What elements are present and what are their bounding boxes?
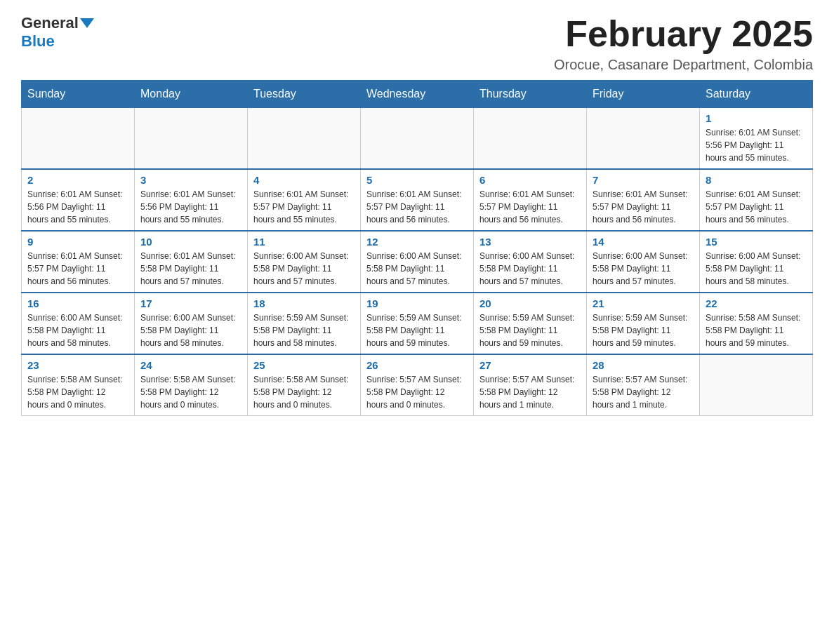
calendar-cell: 16Sunrise: 6:00 AM Sunset: 5:58 PM Dayli… — [22, 293, 135, 354]
calendar-cell — [135, 108, 248, 170]
month-title: February 2025 — [554, 14, 813, 54]
logo-triangle-icon — [80, 18, 94, 28]
calendar-cell: 7Sunrise: 6:01 AM Sunset: 5:57 PM Daylig… — [587, 169, 700, 231]
calendar-cell: 18Sunrise: 5:59 AM Sunset: 5:58 PM Dayli… — [248, 293, 361, 354]
day-number: 22 — [706, 297, 807, 309]
weekday-header-friday: Friday — [587, 81, 700, 108]
day-info: Sunrise: 6:00 AM Sunset: 5:58 PM Dayligh… — [593, 250, 694, 288]
day-info: Sunrise: 6:01 AM Sunset: 5:56 PM Dayligh… — [706, 126, 807, 164]
day-number: 2 — [27, 174, 128, 186]
day-info: Sunrise: 6:01 AM Sunset: 5:57 PM Dayligh… — [593, 188, 694, 226]
calendar-cell — [474, 108, 587, 170]
day-number: 6 — [479, 174, 581, 186]
day-info: Sunrise: 5:59 AM Sunset: 5:58 PM Dayligh… — [366, 311, 468, 349]
calendar-cell: 22Sunrise: 5:58 AM Sunset: 5:58 PM Dayli… — [700, 293, 813, 354]
logo-blue-text: Blue — [21, 32, 55, 51]
day-number: 11 — [253, 236, 355, 248]
day-number: 4 — [253, 174, 355, 186]
day-info: Sunrise: 5:59 AM Sunset: 5:58 PM Dayligh… — [593, 311, 694, 349]
day-number: 19 — [366, 297, 468, 309]
calendar-cell: 5Sunrise: 6:01 AM Sunset: 5:57 PM Daylig… — [361, 169, 474, 231]
day-number: 7 — [593, 174, 694, 186]
day-info: Sunrise: 5:58 AM Sunset: 5:58 PM Dayligh… — [27, 373, 128, 411]
calendar-header-row: SundayMondayTuesdayWednesdayThursdayFrid… — [22, 81, 813, 108]
weekday-header-sunday: Sunday — [22, 81, 135, 108]
calendar-cell: 20Sunrise: 5:59 AM Sunset: 5:58 PM Dayli… — [474, 293, 587, 354]
calendar-cell: 15Sunrise: 6:00 AM Sunset: 5:58 PM Dayli… — [700, 231, 813, 293]
day-info: Sunrise: 6:01 AM Sunset: 5:56 PM Dayligh… — [140, 188, 241, 226]
day-number: 25 — [253, 359, 355, 371]
calendar-week-row: 2Sunrise: 6:01 AM Sunset: 5:56 PM Daylig… — [22, 169, 813, 231]
calendar-cell: 13Sunrise: 6:00 AM Sunset: 5:58 PM Dayli… — [474, 231, 587, 293]
calendar-cell — [587, 108, 700, 170]
day-info: Sunrise: 6:00 AM Sunset: 5:58 PM Dayligh… — [253, 250, 355, 288]
weekday-header-monday: Monday — [135, 81, 248, 108]
day-number: 12 — [366, 236, 468, 248]
calendar-cell: 25Sunrise: 5:58 AM Sunset: 5:58 PM Dayli… — [248, 354, 361, 416]
day-number: 20 — [479, 297, 581, 309]
day-info: Sunrise: 6:01 AM Sunset: 5:57 PM Dayligh… — [706, 188, 807, 226]
calendar-cell — [22, 108, 135, 170]
day-number: 13 — [479, 236, 581, 248]
day-number: 16 — [27, 297, 128, 309]
day-info: Sunrise: 5:59 AM Sunset: 5:58 PM Dayligh… — [479, 311, 581, 349]
calendar-cell: 10Sunrise: 6:01 AM Sunset: 5:58 PM Dayli… — [135, 231, 248, 293]
day-number: 27 — [479, 359, 581, 371]
page-header: General Blue February 2025 Orocue, Casan… — [21, 14, 813, 73]
calendar-table: SundayMondayTuesdayWednesdayThursdayFrid… — [21, 80, 813, 416]
day-number: 5 — [366, 174, 468, 186]
logo: General Blue — [21, 14, 95, 51]
day-number: 21 — [593, 297, 694, 309]
calendar-cell — [248, 108, 361, 170]
title-section: February 2025 Orocue, Casanare Departmen… — [554, 14, 813, 73]
day-info: Sunrise: 5:58 AM Sunset: 5:58 PM Dayligh… — [253, 373, 355, 411]
logo-general-text: General — [21, 14, 79, 32]
day-info: Sunrise: 6:00 AM Sunset: 5:58 PM Dayligh… — [366, 250, 468, 288]
day-number: 24 — [140, 359, 241, 371]
weekday-header-saturday: Saturday — [700, 81, 813, 108]
calendar-cell: 17Sunrise: 6:00 AM Sunset: 5:58 PM Dayli… — [135, 293, 248, 354]
calendar-cell: 14Sunrise: 6:00 AM Sunset: 5:58 PM Dayli… — [587, 231, 700, 293]
weekday-header-tuesday: Tuesday — [248, 81, 361, 108]
day-info: Sunrise: 5:57 AM Sunset: 5:58 PM Dayligh… — [593, 373, 694, 411]
day-info: Sunrise: 5:57 AM Sunset: 5:58 PM Dayligh… — [366, 373, 468, 411]
calendar-cell: 8Sunrise: 6:01 AM Sunset: 5:57 PM Daylig… — [700, 169, 813, 231]
day-info: Sunrise: 6:01 AM Sunset: 5:56 PM Dayligh… — [27, 188, 128, 226]
day-info: Sunrise: 5:57 AM Sunset: 5:58 PM Dayligh… — [479, 373, 581, 411]
day-number: 1 — [706, 112, 807, 124]
calendar-cell: 9Sunrise: 6:01 AM Sunset: 5:57 PM Daylig… — [22, 231, 135, 293]
day-number: 3 — [140, 174, 241, 186]
day-number: 18 — [253, 297, 355, 309]
location-subtitle: Orocue, Casanare Department, Colombia — [554, 57, 813, 73]
day-number: 10 — [140, 236, 241, 248]
day-info: Sunrise: 6:01 AM Sunset: 5:57 PM Dayligh… — [366, 188, 468, 226]
calendar-cell: 26Sunrise: 5:57 AM Sunset: 5:58 PM Dayli… — [361, 354, 474, 416]
calendar-cell — [700, 354, 813, 416]
calendar-cell: 23Sunrise: 5:58 AM Sunset: 5:58 PM Dayli… — [22, 354, 135, 416]
calendar-cell: 6Sunrise: 6:01 AM Sunset: 5:57 PM Daylig… — [474, 169, 587, 231]
day-number: 17 — [140, 297, 241, 309]
calendar-cell: 11Sunrise: 6:00 AM Sunset: 5:58 PM Dayli… — [248, 231, 361, 293]
day-info: Sunrise: 6:01 AM Sunset: 5:57 PM Dayligh… — [253, 188, 355, 226]
day-info: Sunrise: 5:59 AM Sunset: 5:58 PM Dayligh… — [253, 311, 355, 349]
day-info: Sunrise: 6:01 AM Sunset: 5:57 PM Dayligh… — [479, 188, 581, 226]
day-info: Sunrise: 5:58 AM Sunset: 5:58 PM Dayligh… — [706, 311, 807, 349]
day-info: Sunrise: 6:00 AM Sunset: 5:58 PM Dayligh… — [706, 250, 807, 288]
day-number: 26 — [366, 359, 468, 371]
day-info: Sunrise: 6:01 AM Sunset: 5:57 PM Dayligh… — [27, 250, 128, 288]
calendar-week-row: 9Sunrise: 6:01 AM Sunset: 5:57 PM Daylig… — [22, 231, 813, 293]
calendar-cell: 24Sunrise: 5:58 AM Sunset: 5:58 PM Dayli… — [135, 354, 248, 416]
calendar-week-row: 16Sunrise: 6:00 AM Sunset: 5:58 PM Dayli… — [22, 293, 813, 354]
day-info: Sunrise: 6:00 AM Sunset: 5:58 PM Dayligh… — [140, 311, 241, 349]
calendar-cell: 12Sunrise: 6:00 AM Sunset: 5:58 PM Dayli… — [361, 231, 474, 293]
day-number: 14 — [593, 236, 694, 248]
calendar-cell: 2Sunrise: 6:01 AM Sunset: 5:56 PM Daylig… — [22, 169, 135, 231]
day-number: 15 — [706, 236, 807, 248]
calendar-cell: 19Sunrise: 5:59 AM Sunset: 5:58 PM Dayli… — [361, 293, 474, 354]
day-info: Sunrise: 6:00 AM Sunset: 5:58 PM Dayligh… — [479, 250, 581, 288]
weekday-header-thursday: Thursday — [474, 81, 587, 108]
calendar-week-row: 23Sunrise: 5:58 AM Sunset: 5:58 PM Dayli… — [22, 354, 813, 416]
day-number: 9 — [27, 236, 128, 248]
calendar-cell: 27Sunrise: 5:57 AM Sunset: 5:58 PM Dayli… — [474, 354, 587, 416]
day-number: 23 — [27, 359, 128, 371]
